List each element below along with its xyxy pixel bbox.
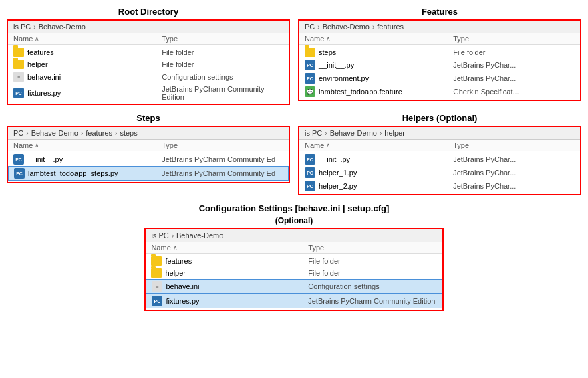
folder-icon <box>13 60 24 69</box>
breadcrumb-demo: Behave-Demo <box>330 129 377 137</box>
folder-icon <box>151 256 162 266</box>
breadcrumb-helper: helper <box>384 129 405 137</box>
helpers-header: is PC › Behave-Demo › helper <box>299 127 580 140</box>
file-type: Configuration settings <box>308 282 436 290</box>
file-type: JetBrains PyCharm Community Ed <box>162 155 283 163</box>
file-type: JetBrains PyCharm Community Ed <box>162 169 283 177</box>
breadcrumb-features: features <box>86 129 112 137</box>
table-row[interactable]: 💬 lambtest_todoapp.feature Gherkin Speci… <box>299 85 580 98</box>
breadcrumb-demo: Behave-Demo <box>323 23 370 31</box>
col-name: Name ∧ <box>13 35 162 43</box>
root-columns: Name ∧ Type <box>8 33 289 45</box>
py-icon: PC <box>13 154 24 165</box>
config-header: is PC › Behave-Demo <box>146 229 442 242</box>
root-title: Root Directory <box>118 7 178 17</box>
file-type: JetBrains PyChar... <box>453 61 575 69</box>
table-row[interactable]: PC __init__.py JetBrains PyCharm Communi… <box>8 153 289 166</box>
features-explorer: PC › Behave-Demo › features Name ∧ Type … <box>298 19 581 101</box>
py-icon: PC <box>152 296 162 306</box>
feature-icon: 💬 <box>305 86 315 97</box>
sort-icon: ∧ <box>326 35 331 42</box>
table-row[interactable]: ≡ behave.ini Configuration settings <box>146 279 442 294</box>
config-columns: Name ∧ Type <box>146 242 442 254</box>
helpers-title: Helpers (Optional) <box>402 113 478 123</box>
file-type: File folder <box>162 60 283 68</box>
table-row[interactable]: helper File folder <box>8 58 289 70</box>
steps-title: Steps <box>136 113 160 123</box>
breadcrumb-arrow: › <box>115 130 117 137</box>
file-name: helper <box>151 268 308 278</box>
features-panel: Features PC › Behave-Demo › features Nam… <box>298 7 581 105</box>
sort-icon: ∧ <box>35 142 39 149</box>
col-type: Type <box>453 141 575 149</box>
breadcrumb-arrow: › <box>26 130 28 137</box>
breadcrumb-ispc: is PC <box>305 129 322 137</box>
folder-icon <box>13 48 24 57</box>
file-name: ≡ behave.ini <box>152 281 308 292</box>
table-row[interactable]: ≡ behave.ini Configuration settings <box>8 70 289 84</box>
table-row[interactable]: PC fixtures.py JetBrains PyCharm Communi… <box>8 84 289 102</box>
table-row[interactable]: PC helper_2.py JetBrains PyChar... <box>299 179 580 193</box>
file-type: Gherkin Specificat... <box>453 88 575 96</box>
file-name: features <box>13 48 162 57</box>
table-row[interactable]: features File folder <box>8 46 289 58</box>
file-type: Configuration settings <box>162 73 283 81</box>
table-row[interactable]: PC fixtures.py JetBrains PyCharm Communi… <box>146 294 442 308</box>
file-name: features <box>151 256 308 266</box>
features-columns: Name ∧ Type <box>299 33 580 45</box>
breadcrumb-arrow: › <box>317 23 319 31</box>
config-subtitle: (Optional) <box>275 216 313 225</box>
file-type: JetBrains PyChar... <box>453 182 575 190</box>
steps-panel: Steps PC › Behave-Demo › features › step… <box>7 113 290 195</box>
breadcrumb-steps: steps <box>120 129 137 137</box>
features-body: steps File folder PC __init__.py JetBrai… <box>299 45 580 100</box>
table-row[interactable]: PC lambtest_todoapp_steps.py JetBrains P… <box>8 166 289 181</box>
table-row[interactable]: PC __init_.py JetBrains PyChar... <box>299 153 580 166</box>
file-name: PC __init_.py <box>305 154 453 165</box>
table-row[interactable]: PC __init__.py JetBrains PyChar... <box>299 58 580 72</box>
table-row[interactable]: steps File folder <box>299 46 580 58</box>
col-name: Name ∧ <box>305 35 453 43</box>
file-type: JetBrains PyCharm Community Edition <box>162 85 283 101</box>
config-title: Configuration Settings [behave.ini | set… <box>199 203 390 213</box>
root-explorer: is PC › Behave-Demo Name ∧ Type features… <box>7 19 290 105</box>
file-name: PC lambtest_todoapp_steps.py <box>14 168 162 179</box>
col-type: Type <box>162 141 283 149</box>
helpers-body: PC __init_.py JetBrains PyChar... PC hel… <box>299 151 580 194</box>
table-row[interactable]: PC helper_1.py JetBrains PyChar... <box>299 166 580 179</box>
py-icon: PC <box>14 168 25 179</box>
sort-icon: ∧ <box>173 244 178 251</box>
helpers-panel: Helpers (Optional) is PC › Behave-Demo ›… <box>298 113 581 195</box>
breadcrumb-demo: Behave-Demo <box>31 129 78 137</box>
root-header: is PC › Behave-Demo <box>8 21 289 33</box>
breadcrumb-demo: Behave-Demo <box>39 23 86 31</box>
folder-icon <box>305 48 315 57</box>
file-name: PC fixtures.py <box>152 296 308 306</box>
features-header: PC › Behave-Demo › features <box>299 21 580 33</box>
table-row[interactable]: PC environment.py JetBrains PyChar... <box>299 72 580 85</box>
file-name: ≡ behave.ini <box>13 72 162 82</box>
breadcrumb-pc: PC <box>13 129 23 137</box>
root-panel: Root Directory is PC › Behave-Demo Name … <box>7 7 290 105</box>
root-body: features File folder helper File folder … <box>8 45 289 104</box>
breadcrumb-arrow: › <box>33 23 35 31</box>
py-icon: PC <box>305 181 315 191</box>
table-row[interactable]: helper File folder <box>146 267 442 279</box>
breadcrumb-pc: PC <box>305 23 315 31</box>
breadcrumb-arrow: › <box>325 130 327 137</box>
file-name: PC helper_2.py <box>305 181 453 191</box>
file-name: steps <box>305 48 453 57</box>
file-type: JetBrains PyCharm Community Edition <box>308 297 436 305</box>
config-panel: Configuration Settings [behave.ini | set… <box>7 203 581 311</box>
config-explorer: is PC › Behave-Demo Name ∧ Type features… <box>144 228 443 311</box>
col-name: Name ∧ <box>305 141 453 149</box>
py-icon: PC <box>305 167 315 178</box>
file-name: PC helper_1.py <box>305 167 453 178</box>
breadcrumb-features: features <box>377 23 404 31</box>
sort-icon: ∧ <box>35 35 39 42</box>
steps-header: PC › Behave-Demo › features › steps <box>8 127 289 140</box>
py-icon: PC <box>305 154 315 165</box>
col-type: Type <box>162 35 283 43</box>
table-row[interactable]: features File folder <box>146 255 442 267</box>
breadcrumb-arrow: › <box>81 130 83 137</box>
